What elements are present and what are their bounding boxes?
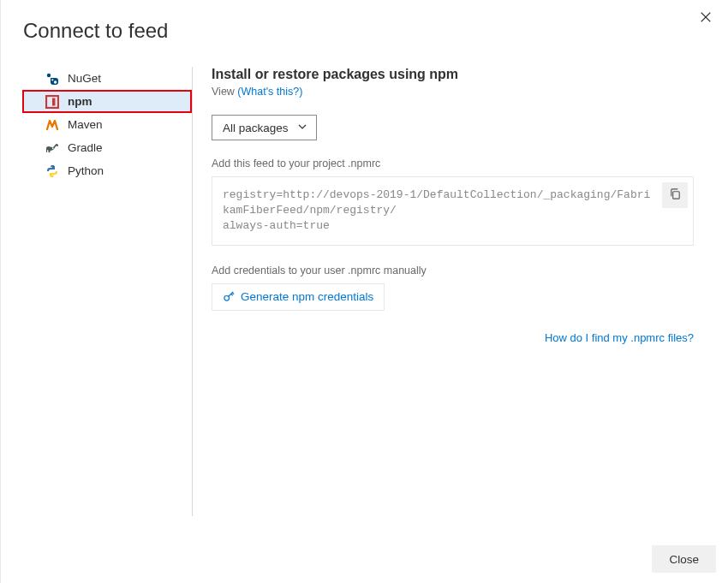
generate-credentials-button[interactable]: Generate npm credentials (212, 283, 385, 311)
sidebar-item-label: Maven (68, 118, 103, 131)
sidebar-item-npm[interactable]: npm (22, 90, 192, 113)
packages-dropdown[interactable]: All packages (212, 115, 317, 140)
find-npmrc-link[interactable]: How do I find my .npmrc files? (212, 331, 694, 344)
npmrc-codeblock: registry=http://devops-2019-1/DefaultCol… (212, 176, 694, 246)
dialog-title: Connect to feed (1, 0, 728, 43)
sidebar-item-label: Python (68, 164, 104, 177)
nuget-icon (45, 72, 59, 86)
project-npmrc-hint: Add this feed to your project .npmrc (212, 158, 694, 170)
python-icon (45, 164, 59, 178)
sidebar-item-python[interactable]: Python (22, 159, 192, 182)
npm-icon (45, 95, 59, 109)
sidebar-item-nuget[interactable]: NuGet (22, 67, 192, 90)
svg-rect-4 (52, 98, 56, 105)
svg-point-7 (224, 295, 230, 300)
npmrc-code: registry=http://devops-2019-1/DefaultCol… (223, 187, 652, 235)
key-icon (223, 289, 236, 305)
sidebar-item-label: NuGet (68, 72, 101, 85)
sidebar-item-gradle[interactable]: Gradle (22, 136, 192, 159)
sidebar-item-label: Gradle (68, 141, 103, 154)
chevron-down-icon (297, 122, 307, 134)
close-icon[interactable] (695, 7, 716, 27)
svg-point-2 (54, 80, 57, 83)
sidebar-item-label: npm (68, 95, 92, 108)
dropdown-label: All packages (223, 122, 289, 134)
section-heading: Install or restore packages using npm (212, 67, 694, 82)
view-line: View (What's this?) (212, 86, 694, 98)
generate-credentials-label: Generate npm credentials (241, 290, 373, 303)
close-button[interactable]: Close (652, 545, 716, 573)
svg-point-1 (51, 79, 53, 80)
feed-type-sidebar: NuGet npm Maven (23, 67, 193, 516)
svg-point-0 (47, 73, 51, 76)
whats-this-link[interactable]: (What's this?) (237, 86, 302, 98)
maven-icon (45, 118, 59, 132)
sidebar-item-maven[interactable]: Maven (22, 113, 192, 136)
svg-rect-6 (672, 192, 679, 199)
copy-button[interactable] (662, 182, 688, 208)
svg-point-5 (52, 147, 54, 149)
gradle-icon (45, 141, 59, 155)
copy-icon (669, 187, 682, 203)
view-label: View (212, 86, 235, 98)
user-npmrc-hint: Add credentials to your user .npmrc manu… (212, 265, 694, 277)
